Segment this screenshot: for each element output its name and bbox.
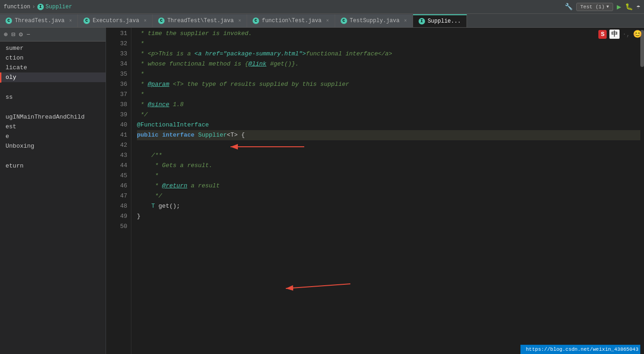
- sidebar-item-label: ss: [6, 94, 13, 101]
- code-text: * time the supplier is invoked.: [137, 29, 252, 39]
- tab-executors[interactable]: C Executors.java ×: [78, 14, 153, 27]
- line-num-40: 40: [110, 120, 127, 130]
- tab-label-executors: Executors.java: [93, 18, 139, 24]
- code-text: *: [137, 79, 148, 90]
- sidebar-item-label: oly: [6, 74, 16, 81]
- code-line-34: * whose functional method is {@link #get…: [137, 59, 644, 69]
- line-num-39: 39 ▽: [110, 110, 127, 120]
- tab-close-threadtest-test[interactable]: ×: [238, 18, 241, 24]
- code-text: *: [137, 90, 144, 100]
- sidebar-item-oly[interactable]: oly: [0, 72, 106, 82]
- gear-icon[interactable]: ⚙: [19, 30, 23, 38]
- code-text: * whose functional method is {: [137, 59, 248, 69]
- tab-test-supply[interactable]: C TestSupply.java ×: [335, 14, 413, 27]
- code-container[interactable]: 31 32 33 34 35 36 37 38 39 ▽ 40 41 I↓ 42: [106, 28, 644, 354]
- sidebar-item-licate[interactable]: licate: [0, 63, 106, 72]
- code-line-48: T get();: [137, 201, 644, 211]
- tab-icon-function-test: C: [253, 18, 259, 24]
- code-text: functional interface</a>: [306, 49, 392, 59]
- sidebar-toolbar: ⊕ ⊟ ⚙ −: [0, 28, 106, 42]
- scrollbar-track[interactable]: [640, 28, 644, 354]
- line-num-33: 33: [110, 49, 127, 59]
- tab-icon-test-supply: C: [341, 18, 347, 24]
- sidebar-item-label: eturn: [6, 162, 24, 169]
- sidebar-items: sumer ction licate oly ss ugINMainThread…: [0, 42, 106, 173]
- coverage-button[interactable]: ☂: [637, 3, 640, 11]
- line-num-43: 43 ▽: [110, 150, 127, 161]
- code-generic: <T> {: [227, 130, 245, 140]
- line-num-35: 35: [110, 69, 127, 79]
- tab-label-supplier: Supplie...: [428, 18, 461, 24]
- sidebar-item-est[interactable]: est: [0, 122, 106, 132]
- code-public: public: [137, 130, 159, 140]
- line-num-32: 32: [110, 39, 127, 49]
- tab-label-threadtest: ThreadTest.java: [15, 18, 65, 24]
- sidebar-item-empty2: [0, 102, 106, 112]
- run-button[interactable]: ▶: [617, 2, 621, 12]
- line-num-47: 47 ▽: [110, 191, 127, 201]
- code-text: * Gets a result.: [137, 161, 213, 171]
- code-line-41: public interface Supplier <T> {: [137, 130, 644, 140]
- tab-close-function-test[interactable]: ×: [326, 18, 329, 24]
- code-line-37: *: [137, 90, 644, 100]
- line-num-44: 44: [110, 161, 127, 171]
- code-text: * <p>This is a: [137, 49, 195, 59]
- sidebar-item-label: licate: [6, 64, 27, 71]
- code-line-42: [137, 140, 644, 150]
- code-line-43: /**: [137, 150, 644, 161]
- tab-icon-supplier: I: [419, 18, 425, 24]
- main-layout: ⊕ ⊟ ⚙ − sumer ction licate oly ss: [0, 28, 644, 354]
- minus-icon[interactable]: −: [26, 31, 30, 38]
- code-text: a result: [187, 181, 219, 191]
- svg-line-3: [286, 284, 350, 288]
- code-text: 1.8: [169, 100, 183, 110]
- tab-label-threadtest-test: ThreadTest\Test.java: [167, 18, 234, 24]
- code-return-tag: @return: [162, 181, 188, 191]
- tab-close-threadtest[interactable]: ×: [69, 18, 72, 24]
- search-icon[interactable]: 🔧: [565, 3, 573, 11]
- line-num-46: 46: [110, 181, 127, 191]
- code-line-47: */: [137, 191, 644, 201]
- tab-close-executors[interactable]: ×: [144, 18, 147, 24]
- collapse-icon[interactable]: ⊟: [11, 30, 15, 38]
- sidebar-item-sumer[interactable]: sumer: [0, 43, 106, 53]
- code-closing-brace: }: [137, 211, 141, 222]
- sidebar-item-eturn[interactable]: eturn: [0, 161, 106, 171]
- code-line-50: [137, 222, 644, 232]
- sidebar-item-e[interactable]: e: [0, 132, 106, 141]
- ime-punctuation: ·,: [622, 30, 630, 38]
- globe-icon[interactable]: ⊕: [4, 30, 7, 38]
- line-num-49: 49: [110, 211, 127, 222]
- top-bar: function › I Supplier 🔧 Test (1) ▼ ▶ 🐛 ☂: [0, 0, 644, 14]
- top-bar-right: 🔧 Test (1) ▼ ▶ 🐛 ☂: [565, 2, 640, 12]
- line-numbers: 31 32 33 34 35 36 37 38 39 ▽ 40 41 I↓ 42: [106, 28, 131, 354]
- sidebar-item-unboxing[interactable]: Unboxing: [0, 141, 106, 151]
- debug-button[interactable]: 🐛: [625, 3, 633, 11]
- sidebar-item-ction[interactable]: ction: [0, 53, 106, 63]
- breadcrumb-separator: ›: [32, 4, 35, 10]
- code-line-32: *: [137, 39, 644, 49]
- sidebar-item-empty3: [0, 151, 106, 161]
- code-annotation: @FunctionalInterface: [137, 120, 209, 130]
- code-lines[interactable]: * time the supplier is invoked. * * <p>T…: [131, 28, 644, 354]
- line-num-50: 50: [110, 222, 127, 232]
- status-url: https://blog.csdn.net/weixin_43865043: [526, 347, 638, 352]
- sidebar-item-ss[interactable]: ss: [0, 92, 106, 102]
- code-line-33: * <p>This is a <a href="package-summary.…: [137, 49, 644, 59]
- breadcrumb-supplier: Supplier: [46, 4, 72, 10]
- sidebar-item-ugINMain[interactable]: ugINMainThreadAndChild: [0, 112, 106, 122]
- tab-function-test[interactable]: C function\Test.java ×: [247, 14, 335, 27]
- code-area: S 中 ·, 😊 31 32 33 34 35 36 37 38 39 ▽ 40: [106, 28, 644, 354]
- code-text: *: [137, 69, 144, 79]
- code-text: <T> the type of results supplied by this…: [169, 79, 349, 90]
- code-type-T: T: [137, 201, 155, 211]
- tab-close-test-supply[interactable]: ×: [404, 18, 407, 24]
- code-space: [159, 130, 162, 140]
- tab-threadtest[interactable]: C ThreadTest.java ×: [0, 14, 78, 27]
- run-config[interactable]: Test (1) ▼: [576, 3, 613, 11]
- ime-s-icon: S: [598, 30, 607, 39]
- tab-icon-executors: C: [83, 18, 90, 24]
- tab-supplier[interactable]: I Supplie...: [413, 14, 467, 27]
- line-num-48: 48 I↓: [110, 201, 127, 211]
- tab-threadtest-test[interactable]: C ThreadTest\Test.java ×: [153, 14, 247, 27]
